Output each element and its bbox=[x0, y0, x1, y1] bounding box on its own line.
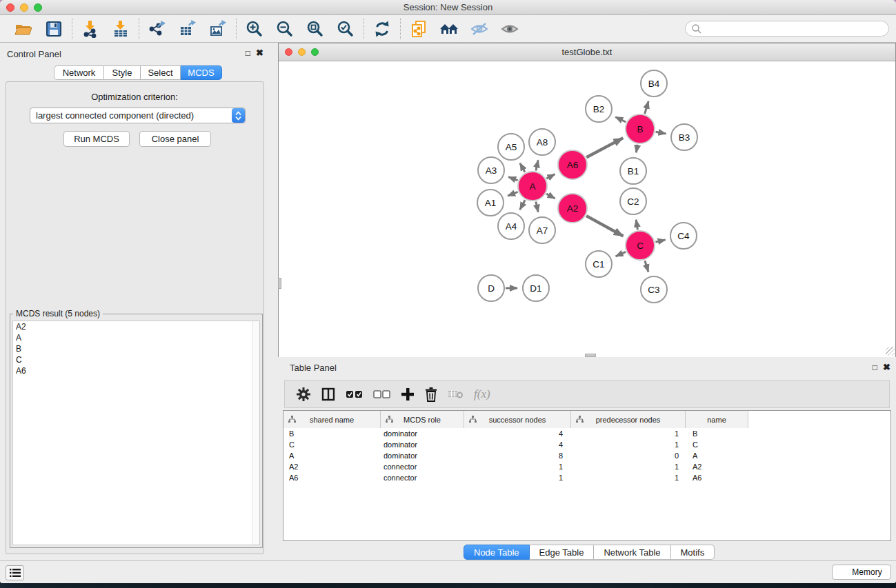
refresh-view-button[interactable] bbox=[373, 20, 391, 38]
table-cell[interactable]: C bbox=[283, 440, 381, 452]
zoom-fit-button[interactable] bbox=[306, 20, 324, 38]
table-cell[interactable]: C bbox=[686, 440, 748, 452]
table-row[interactable]: Cdominator41C bbox=[283, 440, 748, 452]
node-table[interactable]: shared name MCDS role successor nodes pr… bbox=[283, 410, 891, 541]
table-cell[interactable]: B bbox=[283, 429, 381, 440]
column-header-mcds-role[interactable]: MCDS role bbox=[381, 411, 464, 428]
table-cell[interactable]: B bbox=[686, 429, 748, 440]
table-cell[interactable]: 0 bbox=[571, 452, 686, 463]
graph-edge-C-C3[interactable] bbox=[645, 261, 648, 272]
zoom-out-button[interactable] bbox=[276, 20, 294, 38]
result-list-scrollbar[interactable] bbox=[252, 321, 259, 545]
table-cell[interactable]: dominator bbox=[381, 440, 464, 452]
open-session-button[interactable] bbox=[14, 20, 32, 38]
table-cell[interactable]: connector bbox=[381, 474, 464, 485]
delete-columns-button[interactable] bbox=[424, 387, 438, 402]
close-panel-icon[interactable]: ✖ bbox=[256, 48, 263, 58]
first-neighbors-button[interactable] bbox=[440, 20, 458, 38]
result-list-item[interactable]: C bbox=[13, 354, 259, 365]
network-canvas[interactable]: B4B2BB3A8A5A6A3B1AC2A1A2A4A7C4CC1DD1C3 bbox=[279, 62, 895, 357]
result-list-item[interactable]: A bbox=[13, 332, 259, 343]
tab-motifs[interactable]: Motifs bbox=[671, 545, 715, 560]
table-settings-button[interactable] bbox=[296, 387, 311, 402]
table-cell[interactable]: A bbox=[283, 452, 381, 463]
column-header-predecessor-nodes[interactable]: predecessor nodes bbox=[571, 411, 686, 428]
delete-table-button[interactable] bbox=[448, 389, 464, 400]
tab-network[interactable]: Network bbox=[54, 65, 104, 80]
table-cell[interactable]: dominator bbox=[381, 452, 464, 463]
tab-node-table[interactable]: Node Table bbox=[464, 545, 530, 560]
close-table-panel-icon[interactable]: ✖ bbox=[883, 363, 890, 372]
table-cell[interactable]: A6 bbox=[686, 474, 748, 485]
table-cell[interactable]: 1 bbox=[571, 440, 686, 452]
new-network-from-selection-button[interactable] bbox=[410, 20, 428, 38]
import-table-button[interactable] bbox=[112, 20, 130, 38]
graph-edge-A2-C[interactable] bbox=[586, 216, 623, 236]
graph-edge-A-A1[interactable] bbox=[508, 192, 517, 196]
table-cell[interactable]: 1 bbox=[464, 474, 571, 485]
select-all-button[interactable] bbox=[346, 389, 364, 399]
export-network-button[interactable] bbox=[148, 20, 166, 38]
show-task-history-button[interactable] bbox=[6, 565, 24, 580]
close-panel-button[interactable]: Close panel bbox=[139, 131, 211, 147]
function-builder-button[interactable]: f(x) bbox=[474, 387, 490, 401]
graph-edge-C-C4[interactable] bbox=[655, 240, 665, 242]
network-graph[interactable]: B4B2BB3A8A5A6A3B1AC2A1A2A4A7C4CC1DD1C3 bbox=[279, 62, 895, 357]
table-row[interactable]: Bdominator41B bbox=[283, 429, 748, 440]
column-header-shared-name[interactable]: shared name bbox=[283, 411, 381, 428]
graph-edge-B-B4[interactable] bbox=[645, 101, 648, 114]
graph-edge-B-B2[interactable] bbox=[615, 117, 626, 122]
tab-edge-table[interactable]: Edge Table bbox=[530, 545, 595, 560]
table-cell[interactable]: 1 bbox=[571, 474, 686, 485]
table-cell[interactable]: 4 bbox=[464, 429, 571, 440]
result-list-item[interactable]: B bbox=[13, 343, 259, 354]
graph-edge-A-A6[interactable] bbox=[546, 174, 555, 179]
import-network-button[interactable] bbox=[81, 20, 99, 38]
show-all-button[interactable] bbox=[501, 20, 519, 38]
graph-edge-A-A8[interactable] bbox=[536, 160, 538, 170]
table-cell[interactable]: A bbox=[686, 452, 748, 463]
graph-edge-A-A7[interactable] bbox=[536, 201, 538, 212]
network-resize-grip[interactable] bbox=[886, 347, 895, 356]
tab-style[interactable]: Style bbox=[104, 65, 141, 80]
criterion-dropdown[interactable]: largest connected component (directed) bbox=[30, 108, 246, 123]
table-row[interactable]: A6connector11A6 bbox=[283, 474, 748, 485]
search-input[interactable] bbox=[685, 21, 889, 37]
column-header-name[interactable]: name bbox=[686, 411, 748, 428]
graph-edge-A-A2[interactable] bbox=[546, 194, 555, 199]
graph-edge-B-B3[interactable] bbox=[656, 132, 666, 134]
result-list-item[interactable]: A6 bbox=[13, 365, 259, 376]
table-cell[interactable]: 4 bbox=[464, 440, 571, 452]
split-panel-button[interactable] bbox=[321, 387, 336, 402]
table-cell[interactable]: 1 bbox=[571, 463, 686, 474]
table-cell[interactable]: connector bbox=[381, 463, 464, 474]
save-session-button[interactable] bbox=[45, 20, 63, 38]
graph-edge-A-A4[interactable] bbox=[520, 200, 525, 210]
table-row[interactable]: Adominator80A bbox=[283, 452, 748, 463]
zoom-in-button[interactable] bbox=[246, 20, 263, 38]
table-cell[interactable]: 8 bbox=[464, 452, 571, 463]
table-cell[interactable]: A2 bbox=[283, 463, 381, 474]
graph-edge-B-B1[interactable] bbox=[636, 145, 637, 153]
memory-button[interactable]: Memory bbox=[832, 565, 891, 580]
table-row[interactable]: A2connector11A2 bbox=[283, 463, 748, 474]
column-header-successor-nodes[interactable]: successor nodes bbox=[464, 411, 571, 428]
graph-edge-A6-B[interactable] bbox=[586, 138, 623, 157]
table-cell[interactable]: 1 bbox=[571, 429, 686, 440]
table-cell[interactable]: A2 bbox=[686, 463, 748, 474]
deselect-all-button[interactable] bbox=[373, 389, 391, 399]
run-mcds-button[interactable]: Run MCDS bbox=[63, 131, 130, 147]
table-cell[interactable]: dominator bbox=[381, 429, 464, 440]
float-table-panel-icon[interactable]: □ bbox=[873, 363, 877, 372]
export-image-button[interactable] bbox=[209, 20, 227, 38]
network-vertical-scrollbar[interactable] bbox=[278, 278, 281, 289]
graph-edge-C-C1[interactable] bbox=[616, 252, 626, 256]
tab-select[interactable]: Select bbox=[141, 65, 181, 80]
hide-selected-button[interactable] bbox=[470, 20, 488, 38]
float-panel-icon[interactable]: □ bbox=[246, 48, 250, 58]
export-table-button[interactable] bbox=[179, 20, 197, 38]
tab-mcds[interactable]: MCDS bbox=[181, 65, 222, 80]
result-list-item[interactable]: A2 bbox=[13, 321, 259, 332]
add-column-button[interactable] bbox=[401, 387, 415, 401]
graph-edge-A-A3[interactable] bbox=[508, 177, 517, 181]
